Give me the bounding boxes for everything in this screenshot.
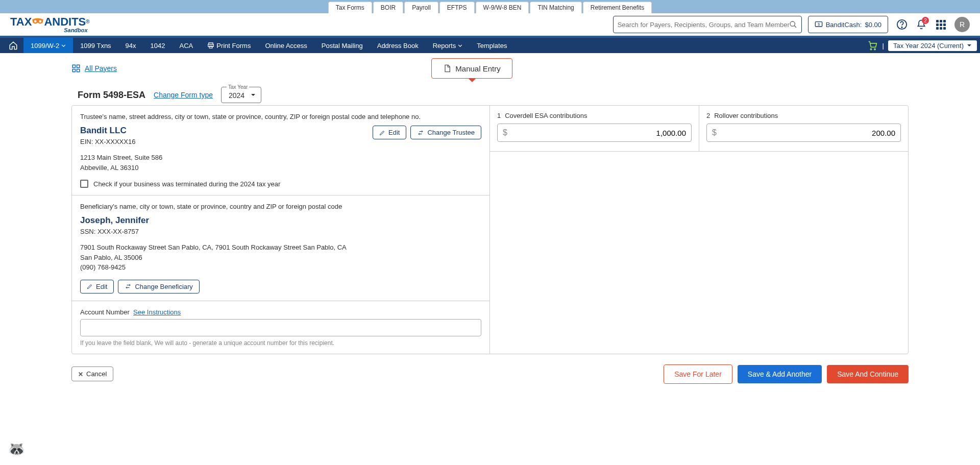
beneficiary-ssn: SSN: XXX-XX-8757 <box>80 228 481 235</box>
field-1-input[interactable] <box>507 129 686 137</box>
manual-entry-tab[interactable]: Manual Entry <box>431 58 512 79</box>
header: TAX ANDITS ® Sandbox $ BanditCash: $0.00… <box>0 13 980 38</box>
field-1-box: 1Coverdell ESA contributions $ <box>490 106 699 152</box>
avatar[interactable]: R <box>954 17 970 32</box>
document-icon <box>443 64 451 73</box>
nav-1099-txns[interactable]: 1099 Txns <box>73 38 118 53</box>
search-input[interactable] <box>618 21 789 29</box>
nav-reports[interactable]: Reports <box>426 38 470 53</box>
account-number-input[interactable] <box>80 319 481 336</box>
field-2-input[interactable] <box>717 129 895 137</box>
see-instructions-link[interactable]: See Instructions <box>133 308 181 316</box>
nav-online-access[interactable]: Online Access <box>258 38 314 53</box>
apps-icon[interactable] <box>935 19 946 30</box>
terminated-checkbox[interactable] <box>80 180 88 188</box>
tax-year-select[interactable]: Tax Year 2024 (Current) <box>888 40 977 51</box>
nav-home[interactable] <box>3 38 23 53</box>
nav-print-forms[interactable]: Print Forms <box>200 38 258 53</box>
form-year-select[interactable]: Tax Year 2024 <box>221 87 261 103</box>
brand-reg: ® <box>86 19 89 25</box>
search-icon[interactable] <box>789 20 797 29</box>
chevron-down-icon <box>458 44 462 47</box>
top-tab-w9w8[interactable]: W-9/W-8 BEN <box>476 2 529 13</box>
nav-aca[interactable]: ACA <box>173 38 201 53</box>
save-for-later-button[interactable]: Save For Later <box>664 364 732 384</box>
account-number-label: Account Number <box>80 308 130 316</box>
chevron-down-icon <box>61 44 66 47</box>
pencil-icon <box>87 283 93 289</box>
dollar-icon: $ <box>503 128 507 137</box>
field-2-input-wrap[interactable]: $ <box>706 124 901 142</box>
all-payers-link[interactable]: All Payers <box>71 64 117 73</box>
field-2-label: Rollover contributions <box>714 112 778 119</box>
brand-sub: Sandbox <box>10 28 90 33</box>
cart-icon[interactable] <box>867 40 877 51</box>
svg-rect-16 <box>77 69 80 72</box>
form-card: Trustee's name, street address, city or … <box>71 105 909 354</box>
swap-icon <box>125 283 132 289</box>
edit-beneficiary-button[interactable]: Edit <box>80 280 114 293</box>
svg-text:$: $ <box>818 22 820 26</box>
home-icon <box>9 41 18 50</box>
nav-postal-mailing[interactable]: Postal Mailing <box>314 38 370 53</box>
svg-point-11 <box>870 48 872 50</box>
change-beneficiary-button[interactable]: Change Beneficiary <box>118 280 199 293</box>
dollar-icon: $ <box>712 128 717 137</box>
search-box[interactable] <box>613 16 802 33</box>
help-icon[interactable] <box>896 19 908 30</box>
beneficiary-addr2: San Pablo, AL 35006 <box>80 253 481 263</box>
trustee-addr1: 1213 Main Street, Suite 586 <box>80 153 481 163</box>
trustee-name: Bandit LLC <box>80 126 135 136</box>
top-tab-tin[interactable]: TIN Matching <box>530 2 581 13</box>
top-tabs: Tax Forms BOIR Payroll EFTPS W-9/W-8 BEN… <box>0 0 980 13</box>
top-tab-retirement[interactable]: Retirement Benefits <box>583 2 652 13</box>
svg-point-1 <box>39 20 42 22</box>
svg-point-2 <box>790 21 795 26</box>
trustee-section-label: Trustee's name, street address, city or … <box>80 113 481 120</box>
beneficiary-section: Beneficiary's name, city or town, state … <box>72 195 489 301</box>
logo[interactable]: TAX ANDITS ® Sandbox <box>10 16 90 33</box>
account-section: Account Number See Instructions If you l… <box>72 301 489 354</box>
top-tab-payroll[interactable]: Payroll <box>404 2 438 13</box>
top-tab-eftps[interactable]: EFTPS <box>439 2 475 13</box>
svg-rect-15 <box>72 69 75 72</box>
change-trustee-button[interactable]: Change Trustee <box>410 126 481 139</box>
svg-rect-14 <box>77 65 80 67</box>
bandit-cash-label: BanditCash: <box>826 21 862 29</box>
chevron-down-icon <box>967 44 972 47</box>
change-form-type-link[interactable]: Change Form type <box>154 91 213 99</box>
save-add-another-button[interactable]: Save & Add Another <box>738 365 822 383</box>
svg-point-12 <box>874 48 875 50</box>
nav-templates[interactable]: Templates <box>470 38 514 53</box>
trustee-section: Trustee's name, street address, city or … <box>72 106 489 195</box>
edit-trustee-button[interactable]: Edit <box>373 126 406 139</box>
bandit-cash[interactable]: $ BanditCash: $0.00 <box>808 16 888 33</box>
terminated-checkbox-label: Check if your business was terminated du… <box>93 180 280 188</box>
trustee-addr2: Abbeville, AL 36310 <box>80 163 481 173</box>
cancel-button[interactable]: Cancel <box>71 366 113 381</box>
field-1-input-wrap[interactable]: $ <box>497 124 692 142</box>
form-title: Form 5498-ESA <box>78 90 145 101</box>
top-tab-boir[interactable]: BOIR <box>373 2 403 13</box>
top-tab-tax-forms[interactable]: Tax Forms <box>328 2 372 13</box>
save-and-continue-button[interactable]: Save And Continue <box>827 365 909 383</box>
nav-1042[interactable]: 1042 <box>143 38 173 53</box>
nav-94x[interactable]: 94x <box>118 38 143 53</box>
cash-icon: $ <box>815 21 823 28</box>
bell-icon[interactable]: 2 <box>916 19 927 30</box>
beneficiary-addr1: 7901 South Rockaway Street San Pablo, CA… <box>80 242 481 253</box>
nav-divider: | <box>883 42 884 50</box>
svg-line-3 <box>794 26 796 28</box>
bandit-cash-amount: $0.00 <box>865 21 881 29</box>
field-1-label: Coverdell ESA contributions <box>505 112 587 119</box>
nav-address-book[interactable]: Address Book <box>370 38 426 53</box>
beneficiary-name: Joseph, Jennifer <box>80 215 481 226</box>
nav-1099-w2[interactable]: 1099/W-2 <box>23 38 73 53</box>
chevron-down-icon <box>251 93 256 96</box>
brand-tax: TAX <box>10 16 32 28</box>
brand-andits: ANDITS <box>44 16 86 28</box>
svg-point-7 <box>901 27 902 28</box>
beneficiary-section-label: Beneficiary's name, city or town, state … <box>80 203 481 210</box>
main-nav: 1099/W-2 1099 Txns 94x 1042 ACA Print Fo… <box>0 38 980 53</box>
mask-icon <box>32 18 44 26</box>
